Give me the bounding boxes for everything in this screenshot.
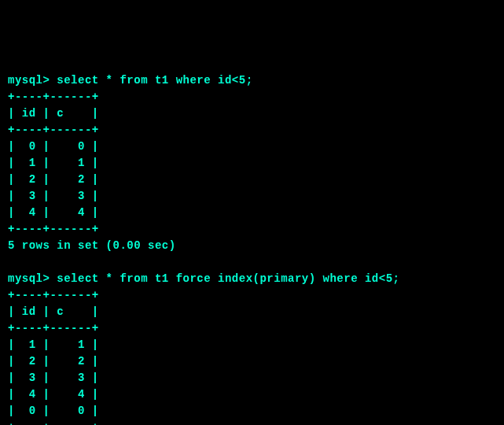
terminal-output: mysql> select * from t1 where id<5; +---… [8,72,496,425]
